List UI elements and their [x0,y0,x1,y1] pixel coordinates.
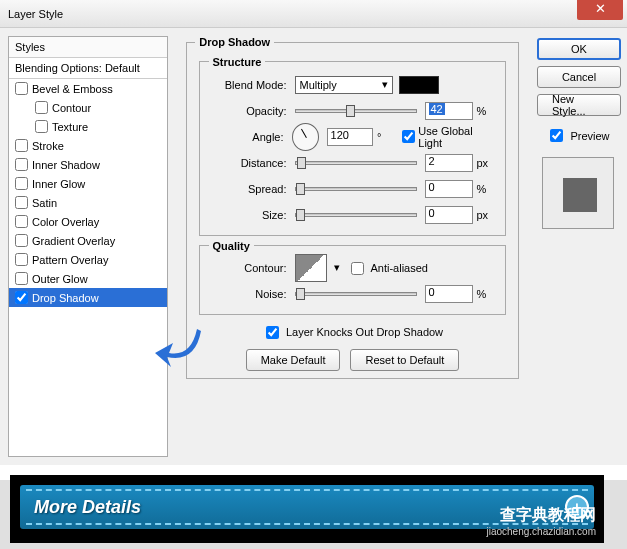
watermark: 查字典教程网 jiaocheng.chazidian.com [486,505,596,537]
size-input[interactable]: 0 [425,206,473,224]
style-label: Texture [52,121,88,133]
cancel-button[interactable]: Cancel [537,66,621,88]
style-checkbox[interactable] [15,158,28,171]
distance-slider[interactable] [295,161,417,165]
style-label: Inner Glow [32,178,85,190]
distance-label: Distance: [209,157,295,169]
structure-group: Structure Blend Mode: Multiply▾ Opacity:… [199,56,506,236]
spread-label: Spread: [209,183,295,195]
antialiased-checkbox[interactable] [351,262,364,275]
style-item-inner-shadow[interactable]: Inner Shadow [9,155,167,174]
style-label: Outer Glow [32,273,88,285]
style-label: Contour [52,102,91,114]
style-label: Satin [32,197,57,209]
drop-shadow-group: Drop Shadow Structure Blend Mode: Multip… [186,36,519,379]
styles-list: Styles Blending Options: Default Bevel &… [8,36,168,457]
opacity-label: Opacity: [209,105,295,117]
make-default-button[interactable]: Make Default [246,349,341,371]
style-item-satin[interactable]: Satin [9,193,167,212]
size-label: Size: [209,209,295,221]
style-item-contour[interactable]: Contour [9,98,167,117]
style-label: Bevel & Emboss [32,83,113,95]
banner-text: More Details [34,497,141,518]
style-label: Gradient Overlay [32,235,115,247]
preview-checkbox[interactable] [550,129,563,142]
style-checkbox[interactable] [15,234,28,247]
quality-legend: Quality [209,240,254,252]
style-checkbox[interactable] [35,120,48,133]
example-output: More Details + 查字典教程网 jiaocheng.chazidia… [10,475,604,543]
chevron-down-icon: ▾ [382,78,388,91]
knockout-checkbox[interactable] [266,326,279,339]
style-label: Stroke [32,140,64,152]
reset-default-button[interactable]: Reset to Default [350,349,459,371]
size-slider[interactable] [295,213,417,217]
annotation-arrow-icon [153,323,205,375]
preview-swatch [542,157,614,229]
spread-slider[interactable] [295,187,417,191]
knockout-label: Layer Knocks Out Drop Shadow [286,326,443,338]
style-checkbox[interactable] [35,101,48,114]
blend-mode-select[interactable]: Multiply▾ [295,76,393,94]
style-item-color-overlay[interactable]: Color Overlay [9,212,167,231]
style-label: Pattern Overlay [32,254,108,266]
settings-panel: Drop Shadow Structure Blend Mode: Multip… [176,28,529,465]
style-item-stroke[interactable]: Stroke [9,136,167,155]
antialiased-label: Anti-aliased [371,262,428,274]
window-title: Layer Style [8,8,63,20]
opacity-input[interactable]: 42 [425,102,473,120]
style-checkbox[interactable] [15,291,28,304]
style-checkbox[interactable] [15,82,28,95]
style-checkbox[interactable] [15,177,28,190]
noise-input[interactable]: 0 [425,285,473,303]
spread-input[interactable]: 0 [425,180,473,198]
contour-picker[interactable] [295,254,327,282]
styles-header[interactable]: Styles [9,37,167,58]
style-item-gradient-overlay[interactable]: Gradient Overlay [9,231,167,250]
style-item-drop-shadow[interactable]: Drop Shadow [9,288,167,307]
blending-options-item[interactable]: Blending Options: Default [9,58,167,79]
global-light-label: Use Global Light [418,125,496,149]
new-style-button[interactable]: New Style... [537,94,621,116]
opacity-slider[interactable] [295,109,417,113]
layer-style-dialog: Layer Style ✕ Styles Blending Options: D… [0,0,627,480]
preview-label: Preview [570,130,609,142]
panel-title: Drop Shadow [195,36,274,48]
angle-label: Angle: [209,131,292,143]
style-checkbox[interactable] [15,253,28,266]
noise-label: Noise: [209,288,295,300]
contour-label: Contour: [209,262,295,274]
style-checkbox[interactable] [15,215,28,228]
style-label: Inner Shadow [32,159,100,171]
angle-input[interactable]: 120 [327,128,373,146]
blend-mode-label: Blend Mode: [209,79,295,91]
structure-legend: Structure [209,56,266,68]
style-checkbox[interactable] [15,272,28,285]
global-light-checkbox[interactable] [402,130,415,143]
style-checkbox[interactable] [15,196,28,209]
title-bar[interactable]: Layer Style ✕ [0,0,627,28]
style-item-outer-glow[interactable]: Outer Glow [9,269,167,288]
close-button[interactable]: ✕ [577,0,623,20]
style-item-pattern-overlay[interactable]: Pattern Overlay [9,250,167,269]
ok-button[interactable]: OK [537,38,621,60]
quality-group: Quality Contour: Anti-aliased Noise: 0 % [199,240,506,316]
noise-slider[interactable] [295,292,417,296]
style-label: Color Overlay [32,216,99,228]
style-item-texture[interactable]: Texture [9,117,167,136]
style-checkbox[interactable] [15,139,28,152]
angle-dial[interactable] [292,123,319,151]
style-item-inner-glow[interactable]: Inner Glow [9,174,167,193]
style-item-bevel-emboss[interactable]: Bevel & Emboss [9,79,167,98]
actions-column: OK Cancel New Style... Preview [529,28,627,465]
distance-input[interactable]: 2 [425,154,473,172]
shadow-color-swatch[interactable] [399,76,439,94]
style-label: Drop Shadow [32,292,99,304]
